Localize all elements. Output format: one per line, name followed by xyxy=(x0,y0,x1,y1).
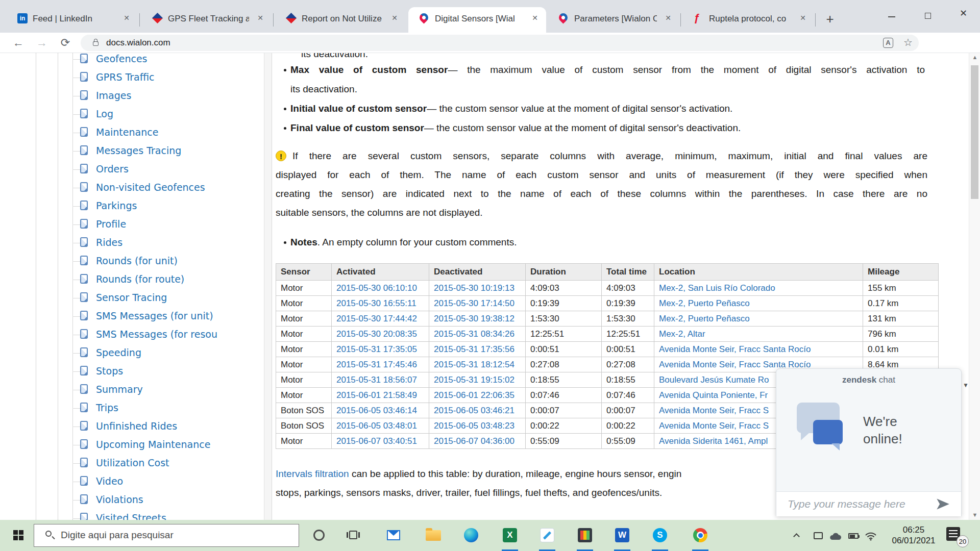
cell-activated-link[interactable]: 2015-05-31 18:56:07 xyxy=(332,372,429,388)
tab-digital-sensors-active[interactable]: Digital Sensors [Wial ✕ xyxy=(408,7,546,33)
onedrive-cloud-icon[interactable] xyxy=(829,532,842,541)
edge-browser-icon[interactable] xyxy=(464,528,478,542)
cell-location-link[interactable]: Mex-2, Altar xyxy=(654,327,863,342)
cell-activated-link[interactable]: 2015-05-31 17:35:05 xyxy=(332,342,429,357)
sidebar-item-trips[interactable]: Trips xyxy=(96,402,118,413)
cell-deactivated-link[interactable]: 2015-06-01 22:06:35 xyxy=(429,388,526,403)
tab-close-icon[interactable]: ✕ xyxy=(532,14,538,22)
sidebar-item-violations[interactable]: Violations xyxy=(96,494,143,505)
sidebar-scrollbar[interactable] xyxy=(264,53,272,520)
tab-close-icon[interactable]: ✕ xyxy=(257,14,263,22)
tab-close-icon[interactable]: ✕ xyxy=(665,14,671,22)
sidebar-item-non-visited-geofences[interactable]: Non-visited Geofences xyxy=(96,182,205,193)
sidebar-item-geofences[interactable]: Geofences xyxy=(96,53,148,64)
tab-report-not-utilized[interactable]: Report on Not Utilize ✕ xyxy=(275,7,406,33)
chrome-app-icon[interactable] xyxy=(693,528,707,542)
cell-activated-link[interactable]: 2015-05-30 17:44:42 xyxy=(332,311,429,327)
forward-button-icon[interactable]: → xyxy=(33,34,51,52)
cell-deactivated-link[interactable]: 2015-05-30 17:14:50 xyxy=(429,296,526,311)
chat-message-input[interactable]: Type your message here xyxy=(776,491,961,516)
cell-activated-link[interactable]: 2015-06-07 03:40:51 xyxy=(332,434,429,449)
cell-deactivated-link[interactable]: 2015-05-30 10:19:13 xyxy=(429,281,526,296)
media-app-icon[interactable] xyxy=(578,528,592,542)
sidebar-item-sms-messages-resource[interactable]: SMS Messages (for resou xyxy=(96,329,217,340)
intervals-filtration-link[interactable]: Intervals filtration xyxy=(276,468,349,479)
send-icon[interactable] xyxy=(936,497,950,511)
translate-icon[interactable]: A xyxy=(883,38,893,48)
sidebar-item-sensor-tracing[interactable]: Sensor Tracing xyxy=(96,292,167,303)
sidebar-item-rounds-for-unit[interactable]: Rounds (for unit) xyxy=(96,255,178,266)
sidebar-item-utilization-cost[interactable]: Utilization Cost xyxy=(96,457,169,468)
task-view-icon[interactable] xyxy=(349,531,357,539)
window-close-button[interactable]: ✕ xyxy=(960,8,967,19)
window-maximize-button[interactable] xyxy=(925,13,931,19)
sidebar-item-rounds-for-route[interactable]: Rounds (for route) xyxy=(96,273,184,285)
sidebar-item-profile[interactable]: Profile xyxy=(96,218,126,230)
start-button-icon[interactable] xyxy=(13,530,23,540)
tab-close-icon[interactable]: ✕ xyxy=(124,14,130,22)
battery-icon[interactable] xyxy=(848,533,859,539)
cell-location-link[interactable]: Mex-2, Puerto Peñasco xyxy=(654,296,863,311)
cell-activated-link[interactable]: 2015-05-30 06:10:10 xyxy=(332,281,429,296)
sidebar-item-sms-messages-unit[interactable]: SMS Messages (for unit) xyxy=(96,310,213,321)
cell-location-link[interactable]: Avenida Monte Seir, Fracc Santa Rocío xyxy=(654,342,863,357)
window-minimize-button[interactable] xyxy=(888,16,895,17)
cell-activated-link[interactable]: 2015-05-30 20:08:35 xyxy=(332,327,429,342)
tab-ruptela-protocol[interactable]: ƒ Ruptela protocol, co ✕ xyxy=(682,7,814,33)
scrollbar-down-icon[interactable]: ▼ xyxy=(969,512,980,518)
page-scrollbar[interactable]: ▲ ▼ xyxy=(969,53,980,520)
sidebar-item-unfinished-rides[interactable]: Unfinished Rides xyxy=(96,420,177,432)
tab-close-icon[interactable]: ✕ xyxy=(800,14,806,22)
bookmark-star-icon[interactable]: ☆ xyxy=(903,36,913,48)
cast-device-icon[interactable] xyxy=(814,532,823,539)
cell-activated-link[interactable]: 2015-06-05 03:48:01 xyxy=(332,418,429,434)
cell-location-link[interactable]: Mex-2, San Luis Río Colorado xyxy=(654,281,863,296)
scrollbar-up-icon[interactable]: ▲ xyxy=(969,54,980,60)
address-bar[interactable]: docs.wialon.com A ☆ xyxy=(81,35,919,51)
cell-activated-link[interactable]: 2015-05-31 17:45:46 xyxy=(332,357,429,372)
pencil-app-icon[interactable] xyxy=(540,528,554,542)
cell-deactivated-link[interactable]: 2015-05-31 18:12:54 xyxy=(429,357,526,372)
sidebar-item-log[interactable]: Log xyxy=(96,108,113,119)
excel-app-icon[interactable]: X xyxy=(503,528,517,542)
scrollbar-thumb[interactable] xyxy=(971,65,978,199)
cell-deactivated-link[interactable]: 2015-06-05 03:48:23 xyxy=(429,418,526,434)
cortana-icon[interactable] xyxy=(313,530,325,541)
cell-deactivated-link[interactable]: 2015-06-05 03:46:21 xyxy=(429,403,526,418)
cell-activated-link[interactable]: 2015-06-05 03:46:14 xyxy=(332,403,429,418)
sidebar-item-upcoming-maintenance[interactable]: Upcoming Maintenance xyxy=(96,439,210,450)
taskbar-clock[interactable]: 06:25 06/01/2021 xyxy=(888,524,939,546)
tab-close-icon[interactable]: ✕ xyxy=(391,14,398,22)
cell-deactivated-link[interactable]: 2015-06-07 04:36:00 xyxy=(429,434,526,449)
sidebar-item-stops[interactable]: Stops xyxy=(96,365,123,377)
sidebar-item-orders[interactable]: Orders xyxy=(96,163,129,174)
cell-deactivated-link[interactable]: 2015-05-31 08:34:26 xyxy=(429,327,526,342)
cell-activated-link[interactable]: 2015-05-30 16:55:11 xyxy=(332,296,429,311)
sidebar-item-summary[interactable]: Summary xyxy=(96,384,143,395)
sidebar-item-rides[interactable]: Rides xyxy=(96,237,122,248)
cell-deactivated-link[interactable]: 2015-05-30 19:38:12 xyxy=(429,311,526,327)
wifi-icon[interactable] xyxy=(865,532,877,541)
sidebar-item-parkings[interactable]: Parkings xyxy=(96,200,137,211)
back-button-icon[interactable]: ← xyxy=(10,34,27,52)
sidebar-item-messages-tracing[interactable]: Messages Tracing xyxy=(96,145,181,156)
tab-feed-linkedin[interactable]: in Feed | LinkedIn ✕ xyxy=(6,7,138,33)
tab-parameters[interactable]: Parameters [Wialon C ✕ xyxy=(548,7,679,33)
new-tab-button[interactable]: + xyxy=(821,10,839,29)
cell-deactivated-link[interactable]: 2015-05-31 17:35:56 xyxy=(429,342,526,357)
sidebar-item-gprs-traffic[interactable]: GPRS Traffic xyxy=(96,71,155,83)
sidebar-item-maintenance[interactable]: Maintenance xyxy=(96,127,158,138)
reload-button-icon[interactable]: ⟳ xyxy=(57,34,74,52)
sidebar-item-speeding[interactable]: Speeding xyxy=(96,347,141,358)
cell-location-link[interactable]: Mex-2, Puerto Peñasco xyxy=(654,311,863,327)
chat-collapse-icon[interactable]: ▼ xyxy=(963,382,969,389)
skype-app-icon[interactable]: S xyxy=(653,528,667,542)
word-app-icon[interactable]: W xyxy=(615,528,629,542)
padlock-icon[interactable] xyxy=(93,41,99,46)
cell-activated-link[interactable]: 2015-06-01 21:58:49 xyxy=(332,388,429,403)
sidebar-item-video[interactable]: Video xyxy=(96,475,123,487)
sidebar-item-images[interactable]: Images xyxy=(96,90,131,101)
taskbar-search-input[interactable]: Digite aqui para pesquisar xyxy=(34,524,299,547)
file-explorer-icon[interactable] xyxy=(426,528,440,542)
cell-deactivated-link[interactable]: 2015-05-31 19:15:02 xyxy=(429,372,526,388)
